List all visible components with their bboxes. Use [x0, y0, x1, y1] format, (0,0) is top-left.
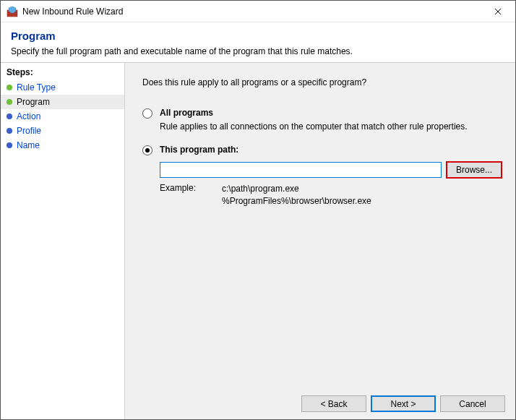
step-label: Program [17, 97, 50, 107]
window-title: New Inbound Rule Wizard [22, 7, 481, 17]
steps-heading: Steps: [1, 64, 124, 80]
firewall-icon [7, 6, 18, 17]
close-button[interactable] [481, 1, 514, 22]
option-all-programs[interactable]: All programs [142, 108, 502, 119]
step-program[interactable]: Program [1, 95, 124, 109]
step-label: Name [17, 140, 40, 150]
step-pending-icon [7, 128, 12, 134]
option-program-path-label: This program path: [160, 145, 238, 155]
step-profile[interactable]: Profile [1, 124, 124, 138]
example-text: c:\path\program.exe %ProgramFiles%\brows… [222, 183, 371, 207]
example-row: Example: c:\path\program.exe %ProgramFil… [160, 183, 502, 207]
option-all-programs-label: All programs [160, 108, 213, 118]
radio-program-path[interactable] [142, 145, 152, 155]
browse-button[interactable]: Browse... [446, 161, 502, 179]
step-rule-type[interactable]: Rule Type [1, 80, 124, 95]
question-text: Does this rule apply to all programs or … [142, 77, 502, 87]
step-label: Profile [17, 126, 41, 136]
step-label: Action [17, 111, 40, 121]
step-current-icon [7, 99, 12, 105]
step-pending-icon [7, 113, 12, 119]
sidebar: Steps: Rule Type Program Action Profile … [1, 63, 125, 419]
step-name[interactable]: Name [1, 138, 124, 153]
page-subtitle: Specify the full program path and execut… [11, 46, 505, 56]
option-program-path[interactable]: This program path: [142, 145, 502, 155]
option-all-programs-desc: Rule applies to all connections on the c… [160, 121, 502, 132]
next-button[interactable]: Next > [371, 395, 436, 412]
step-action[interactable]: Action [1, 109, 124, 124]
program-path-input[interactable] [160, 162, 442, 178]
program-path-row: Browse... [160, 161, 502, 179]
step-pending-icon [7, 142, 12, 148]
example-label: Example: [160, 183, 200, 207]
content-panel: Does this rule apply to all programs or … [125, 63, 515, 419]
page-title: Program [11, 30, 505, 42]
wizard-window: New Inbound Rule Wizard Program Specify … [0, 0, 516, 420]
header: Program Specify the full program path an… [1, 22, 515, 62]
titlebar: New Inbound Rule Wizard [1, 1, 515, 22]
back-button[interactable]: < Back [301, 395, 366, 412]
cancel-button[interactable]: Cancel [440, 395, 505, 412]
footer-buttons: < Back Next > Cancel [301, 395, 505, 412]
radio-all-programs[interactable] [142, 108, 152, 119]
step-label: Rule Type [17, 82, 56, 93]
body: Steps: Rule Type Program Action Profile … [1, 62, 515, 419]
step-done-icon [7, 85, 12, 90]
